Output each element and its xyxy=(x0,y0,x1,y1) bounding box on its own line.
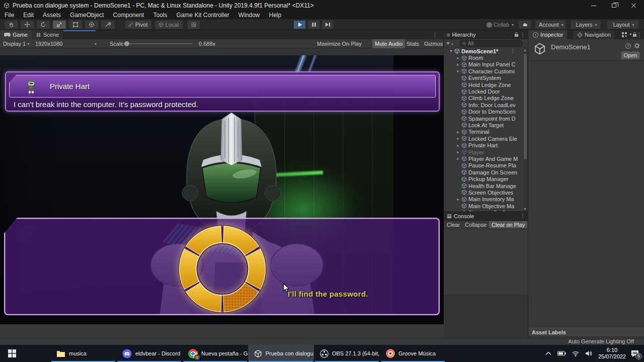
help-icon[interactable]: ? xyxy=(625,43,631,49)
tab-inspector[interactable]: i Inspector xyxy=(529,30,568,39)
hierarchy-item[interactable]: ► Player xyxy=(444,149,523,155)
transform-tool-icon[interactable] xyxy=(85,20,99,29)
scale-slider[interactable] xyxy=(122,43,193,44)
play-button[interactable] xyxy=(293,20,306,29)
hierarchy-item[interactable]: ► Main Inventory Ma xyxy=(444,196,523,203)
scene-menu-icon[interactable]: ⋮ xyxy=(510,48,516,54)
pause-button[interactable] xyxy=(307,20,320,29)
hierarchy-item[interactable]: ► Info: Door LoadLev xyxy=(444,102,523,108)
scale-slider-thumb[interactable] xyxy=(124,41,129,46)
stats-toggle[interactable]: Stats xyxy=(407,39,419,48)
restore-button[interactable] xyxy=(604,0,624,11)
hierarchy-item[interactable]: ► Character Customi xyxy=(444,68,523,74)
resolution-dropdown[interactable]: 1920x1080 ▾ xyxy=(35,39,99,48)
hierarchy-item[interactable]: ► Player And Game M xyxy=(444,155,523,162)
move-tool-icon[interactable] xyxy=(20,20,34,29)
layers-dropdown[interactable]: Layers▾ xyxy=(570,20,601,29)
dialogue-choice-wheel[interactable] xyxy=(175,221,270,317)
scroll-up-icon[interactable]: ▲ xyxy=(523,48,527,52)
close-button[interactable] xyxy=(624,0,644,11)
choice-subtitle[interactable]: I'll find the password. xyxy=(288,290,368,298)
menu-item[interactable]: Window xyxy=(234,12,265,19)
taskbar-item-obs[interactable]: OBS 27.1.3 (64-bit, ... xyxy=(314,345,380,362)
mute-audio-toggle[interactable]: Mute Audio xyxy=(372,39,405,48)
scroll-down-icon[interactable]: ▼ xyxy=(523,207,527,211)
taskbar-item-musica[interactable]: musica xyxy=(50,345,116,362)
start-button[interactable] xyxy=(0,345,24,362)
expand-icon[interactable]: ► xyxy=(456,157,461,160)
hierarchy-item[interactable]: ► Pickup Manager xyxy=(444,175,523,182)
hierarchy-item[interactable]: ► Health Bar Manage xyxy=(444,183,523,189)
scale-tool-icon[interactable] xyxy=(52,20,66,29)
layout-dropdown[interactable]: Layout▾ xyxy=(607,20,639,29)
hierarchy-tab[interactable]: ≡ Hierarchy ⋮ xyxy=(444,30,528,39)
clear-on-play-button[interactable]: Clear on Play xyxy=(489,221,527,228)
taskbar-item-groove[interactable]: Groove Música xyxy=(380,345,446,362)
hierarchy-item[interactable]: ► Hold Ledge Zone xyxy=(444,81,523,88)
menu-item[interactable]: Help xyxy=(265,12,286,19)
expand-icon[interactable]: ► xyxy=(456,144,461,147)
pivot-toggle[interactable]: Pivot xyxy=(125,20,152,29)
tab-game[interactable]: Game xyxy=(0,30,32,39)
hierarchy-item[interactable]: ► Damage On Screen xyxy=(444,169,523,175)
hierarchy-item[interactable]: ► Spawnpoint from D xyxy=(444,115,523,122)
hierarchy-item[interactable]: ► Locked Camera Ele xyxy=(444,135,523,142)
menu-item[interactable]: Game Kit Controller xyxy=(172,12,233,19)
action-center-icon[interactable]: 5 xyxy=(631,350,639,357)
clipped-button[interactable]: C xyxy=(527,221,528,228)
maximize-on-play-toggle[interactable]: Maximize On Play xyxy=(317,39,362,48)
next-tab-icon[interactable]: ▸ xyxy=(630,32,632,36)
battery-icon[interactable] xyxy=(557,351,566,356)
collab-dropdown[interactable]: Collab▾ xyxy=(485,20,516,29)
expand-icon[interactable]: ► xyxy=(456,137,461,140)
taskbar-item-discord[interactable]: eldvbear - Discord xyxy=(116,345,182,362)
expand-icon[interactable]: ► xyxy=(456,198,461,201)
collapse-icon[interactable]: ▼ xyxy=(449,49,454,53)
tray-chevron-icon[interactable] xyxy=(545,351,551,355)
grid-snap-icon[interactable] xyxy=(187,20,200,29)
hierarchy-item[interactable]: ► Terminal xyxy=(444,129,523,135)
hierarchy-item[interactable]: ► Main Objective Ma xyxy=(444,203,523,209)
hierarchy-menu-icon[interactable]: ⋮ xyxy=(520,32,526,37)
hierarchy-search-input[interactable]: All xyxy=(459,40,523,47)
cloud-button[interactable] xyxy=(518,20,531,29)
hierarchy-item[interactable]: ► Room xyxy=(444,54,523,61)
open-button[interactable]: Open xyxy=(621,51,640,59)
game-panel-menu-icon[interactable]: ⋮ xyxy=(432,32,438,38)
collapse-button[interactable]: Collapse xyxy=(462,221,489,228)
hierarchy-item[interactable]: ► Door to DemoScen xyxy=(444,109,523,115)
tools-icon[interactable] xyxy=(622,32,627,37)
lock-icon[interactable] xyxy=(514,32,519,37)
hierarchy-item[interactable]: ► Main Input Panel C xyxy=(444,61,523,68)
expand-icon[interactable]: ► xyxy=(456,63,461,66)
menu-item[interactable]: Edit xyxy=(19,12,38,19)
hierarchy-item[interactable]: ► Screen Objectives xyxy=(444,189,523,196)
gizmos-dropdown[interactable]: Gizmos▾ xyxy=(424,39,446,48)
hierarchy-item[interactable]: ► Look At Target xyxy=(444,122,523,128)
expand-icon[interactable]: ► xyxy=(456,130,461,134)
scrollbar-thumb[interactable] xyxy=(524,54,527,159)
display-dropdown[interactable]: Display 1▾ xyxy=(3,39,29,48)
hierarchy-item[interactable]: ► Pause-Resume Pla xyxy=(444,162,523,169)
console-tab[interactable]: Console ⋮ xyxy=(444,212,528,221)
hierarchy-item[interactable]: ► Locked Door xyxy=(444,88,523,95)
create-object-button[interactable]: + ▾ xyxy=(446,40,453,47)
account-dropdown[interactable]: Account▾ xyxy=(535,20,566,29)
rotate-tool-icon[interactable] xyxy=(36,20,50,29)
inspector-menu-icon[interactable]: ⋮ xyxy=(636,32,642,38)
rect-tool-icon[interactable] xyxy=(68,20,83,29)
menu-item[interactable]: File xyxy=(0,12,19,19)
expand-icon[interactable]: ► xyxy=(456,56,461,60)
asset-labels-bar[interactable]: Asset Labels xyxy=(529,328,644,337)
wifi-icon[interactable] xyxy=(572,351,579,356)
expand-icon[interactable]: ► xyxy=(456,150,461,154)
hand-tool-icon[interactable] xyxy=(4,20,18,29)
clear-button[interactable]: Clear xyxy=(444,221,462,228)
taskbar-item-chrome[interactable]: s Nueva pestaña - Go... xyxy=(182,345,248,362)
local-toggle[interactable]: Local xyxy=(155,20,183,29)
clock[interactable]: 6:10 25/07/2022 xyxy=(598,347,626,360)
hierarchy-scene-row[interactable]: ▼ DemoScene1* ⋮ xyxy=(444,48,523,54)
menu-item[interactable]: Assets xyxy=(38,12,65,19)
menu-item[interactable]: GameObject xyxy=(65,12,108,19)
custom-tool-icon[interactable] xyxy=(101,20,115,29)
